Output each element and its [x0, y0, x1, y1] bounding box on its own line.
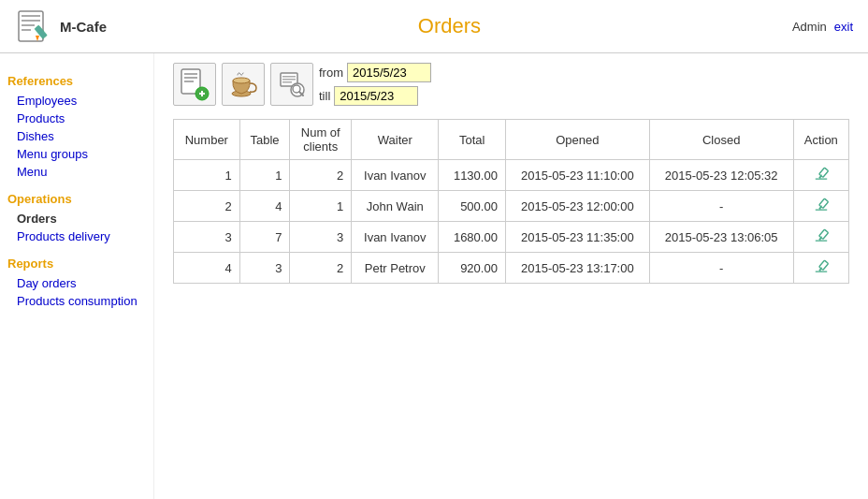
table-cell: 2015-05-23 12:00:00	[505, 191, 649, 222]
coffee-cup-icon	[228, 69, 258, 99]
svg-rect-10	[184, 81, 194, 82]
table-cell: 2	[290, 253, 352, 284]
svg-rect-4	[22, 29, 31, 31]
table-cell: 1680.00	[439, 222, 505, 253]
svg-rect-17	[282, 76, 296, 78]
col-waiter: Waiter	[352, 120, 439, 160]
logo-icon	[15, 7, 52, 45]
from-date-input[interactable]	[347, 63, 431, 82]
sidebar-item-day-orders[interactable]: Day orders	[7, 274, 153, 292]
table-cell: 2015-05-23 13:17:00	[505, 253, 649, 284]
table-cell: 1	[239, 160, 290, 191]
admin-label: Admin	[792, 20, 827, 34]
table-cell: 3	[239, 253, 290, 284]
action-cell	[793, 253, 848, 284]
table-cell: 3	[290, 222, 352, 253]
till-filter-row: till	[319, 86, 431, 106]
sidebar: References Employees Products Dishes Men…	[0, 53, 154, 499]
table-row: 373Ivan Ivanov1680.002015-05-23 11:35:00…	[174, 222, 849, 253]
svg-rect-8	[184, 73, 197, 75]
reports-section: Reports	[7, 257, 153, 271]
view-order-button[interactable]	[222, 63, 265, 106]
till-date-input[interactable]	[334, 86, 418, 106]
sidebar-item-menu[interactable]: Menu	[7, 163, 153, 181]
svg-rect-31	[815, 240, 827, 241]
till-label: till	[319, 89, 330, 103]
table-cell: 4	[174, 253, 240, 284]
sidebar-item-orders[interactable]: Orders	[7, 210, 153, 227]
table-cell: 2015-05-23 11:10:00	[505, 160, 649, 191]
sidebar-item-products-delivery[interactable]: Products delivery	[7, 227, 153, 245]
date-filters: from till	[319, 63, 431, 106]
table-row: 112Ivan Ivanov1130.002015-05-23 11:10:00…	[174, 160, 849, 191]
sidebar-item-employees[interactable]: Employees	[7, 92, 153, 110]
table-cell: 4	[239, 191, 290, 222]
exit-link[interactable]: exit	[834, 20, 853, 34]
table-cell: -	[649, 191, 793, 222]
print-button[interactable]	[270, 63, 313, 106]
edit-icon[interactable]	[813, 165, 830, 185]
add-order-button[interactable]	[173, 63, 216, 106]
table-cell: 2015-05-23 11:35:00	[505, 222, 649, 253]
table-cell: 2015-05-23 13:06:05	[649, 222, 793, 253]
sidebar-item-products-consumption[interactable]: Products consumption	[7, 292, 153, 310]
table-cell: 1	[174, 160, 240, 191]
table-row: 432Petr Petrov920.002015-05-23 13:17:00-	[174, 253, 849, 284]
sidebar-item-dishes[interactable]: Dishes	[7, 127, 153, 145]
app-name: M-Cafe	[60, 19, 107, 35]
action-cell	[793, 191, 848, 222]
table-cell: 500.00	[439, 191, 505, 222]
layout: References Employees Products Dishes Men…	[0, 53, 868, 499]
svg-rect-3	[22, 24, 35, 26]
table-cell: -	[649, 253, 793, 284]
header-center: Orders	[107, 14, 792, 38]
table-cell: 1130.00	[439, 160, 505, 191]
edit-icon[interactable]	[813, 257, 830, 278]
main-content: from till Number Table Num ofclients Wai…	[154, 53, 868, 499]
svg-rect-18	[282, 79, 296, 81]
svg-point-15	[233, 78, 250, 83]
edit-icon[interactable]	[813, 196, 830, 216]
print-icon	[277, 69, 307, 99]
sidebar-item-products[interactable]: Products	[7, 110, 153, 127]
svg-rect-9	[184, 77, 197, 79]
references-section: References	[7, 74, 153, 88]
svg-rect-34	[815, 271, 827, 272]
table-cell: 2	[290, 160, 352, 191]
action-cell	[793, 222, 848, 253]
svg-rect-25	[815, 178, 827, 179]
header-user: Admin exit	[792, 20, 853, 34]
table-cell: John Wain	[352, 191, 439, 222]
action-cell	[793, 160, 848, 191]
table-cell: 920.00	[439, 253, 505, 284]
col-opened: Opened	[505, 120, 649, 160]
svg-rect-2	[22, 20, 40, 22]
table-cell: Petr Petrov	[352, 253, 439, 284]
orders-table: Number Table Num ofclients Waiter Total …	[173, 119, 849, 284]
col-num-clients: Num ofclients	[290, 120, 352, 160]
table-cell: Ivan Ivanov	[352, 222, 439, 253]
from-filter-row: from	[319, 63, 431, 82]
table-cell: 3	[174, 222, 240, 253]
svg-rect-28	[815, 209, 827, 210]
col-table: Table	[239, 120, 290, 160]
svg-rect-1	[22, 15, 40, 17]
sidebar-item-menu-groups[interactable]: Menu groups	[7, 145, 153, 163]
edit-icon[interactable]	[813, 227, 830, 247]
table-header-row: Number Table Num ofclients Waiter Total …	[174, 120, 849, 160]
table-cell: 2	[174, 191, 240, 222]
col-action: Action	[793, 120, 848, 160]
table-cell: 1	[290, 191, 352, 222]
table-cell: 2015-05-23 12:05:32	[649, 160, 793, 191]
col-closed: Closed	[649, 120, 793, 160]
page-title: Orders	[418, 14, 481, 37]
svg-rect-19	[282, 81, 292, 83]
header: M-Cafe Orders Admin exit	[0, 0, 868, 53]
svg-rect-13	[201, 91, 203, 96]
from-label: from	[319, 66, 343, 80]
table-row: 241John Wain500.002015-05-23 12:00:00-	[174, 191, 849, 222]
header-logo: M-Cafe	[15, 7, 107, 45]
table-cell: 7	[239, 222, 290, 253]
toolbar: from till	[173, 63, 849, 106]
col-total: Total	[439, 120, 505, 160]
